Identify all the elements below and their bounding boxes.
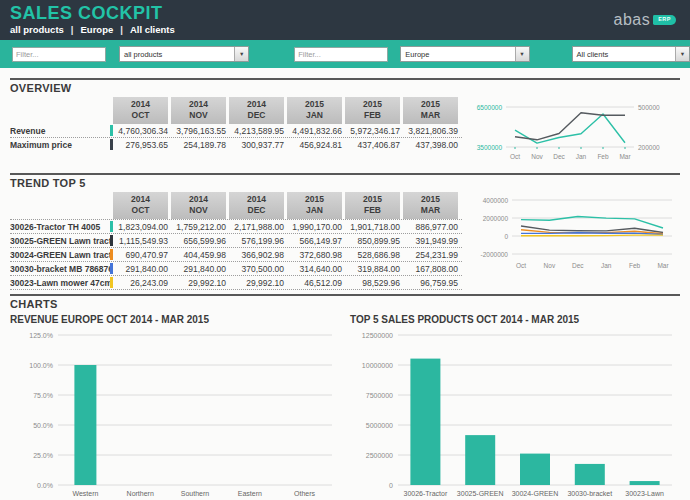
- chevron-down-icon: ▼: [234, 47, 248, 61]
- product-select[interactable]: all products ▼: [119, 46, 249, 62]
- x-axis-label: Oct: [516, 262, 526, 269]
- x-axis-label: Nov: [544, 262, 556, 269]
- table-cell: 690,470.97: [113, 248, 171, 261]
- table-cell: 576,199.96: [229, 234, 287, 247]
- y-axis-label: 10000000: [362, 361, 393, 368]
- table-row: 30023-Lawn mower 47cm 226,243.0929,992.1…: [10, 276, 462, 290]
- table-cell: 319,884.00: [345, 262, 403, 275]
- y-axis-label: 2000000: [483, 215, 509, 222]
- charts-section-title: CHARTS: [10, 298, 680, 310]
- top5-products-bar-chart: 1250000010000000750000050000002500000030…: [350, 327, 680, 500]
- x-axis-label: Others: [294, 490, 316, 497]
- table-cell: 372,680.98: [287, 248, 345, 261]
- y-axis-label: 3500000: [477, 144, 503, 151]
- column-header: 2015JAN: [287, 192, 342, 219]
- table-cell: 437,398.00: [403, 138, 461, 151]
- x-axis-label: Feb: [598, 153, 610, 160]
- overview-line-chart: 65000003500000500000200000OctNovDecJanFe…: [466, 97, 680, 165]
- table-cell: 2,171,988.00: [229, 220, 287, 233]
- x-axis-label: Jan: [576, 153, 587, 160]
- table-cell: 366,902.98: [229, 248, 287, 261]
- column-year: 2015: [287, 194, 342, 205]
- y-axis-label: 0: [505, 233, 509, 240]
- table-cell: 437,406.87: [345, 138, 403, 151]
- table-cell: 1,901,718.00: [345, 220, 403, 233]
- abas-logo: abas ERP: [613, 0, 676, 40]
- table-row: 30024-GREEN Lawn tractor690,470.97404,45…: [10, 248, 462, 262]
- table-cell: 3,796,163.55: [171, 124, 229, 137]
- column-header: 2015FEB: [345, 97, 400, 124]
- column-month: FEB: [345, 205, 400, 216]
- column-header: 2014OCT: [113, 97, 168, 124]
- x-axis-label: Mar: [658, 262, 670, 269]
- x-axis-label: WesternEurope: [72, 490, 98, 500]
- top5-chart-title: TOP 5 SALES PRODUCTS OCT 2014 - MAR 2015: [350, 314, 680, 325]
- x-axis-label: 30026-TractorTH 4005: [404, 490, 448, 500]
- table-row: Maximum price276,953.65254,189.78300,937…: [10, 138, 462, 151]
- dashboard-main: OVERVIEW 2014OCT2014NOV2014DEC2015JAN201…: [0, 78, 690, 500]
- product-filter-input[interactable]: [12, 47, 106, 62]
- row-label: Maximum price: [10, 138, 110, 151]
- x-axis-label: 30024-GREENLawn tractor TA102: [511, 490, 560, 500]
- column-year: 2014: [229, 194, 284, 205]
- column-year: 2015: [345, 194, 400, 205]
- table-cell: 4,760,306.34: [113, 124, 171, 137]
- x-axis-label: Jan: [601, 262, 612, 269]
- x-axis-label: 30023-Lawnmower 47cm 2.0hp engine: [619, 490, 671, 500]
- client-select-value: All clients: [573, 47, 675, 61]
- table-cell: 5,972,346.17: [345, 124, 403, 137]
- table-cell: 29,992.10: [229, 276, 287, 289]
- overview-table: 2014OCT2014NOV2014DEC2015JAN2015FEB2015M…: [10, 97, 462, 151]
- row-label: 30024-GREEN Lawn tractor: [10, 248, 110, 261]
- x-axis-label: Feb: [629, 262, 641, 269]
- column-header: 2015MAR: [403, 192, 458, 219]
- row-label: 30025-GREEN Lawn tractor: [10, 234, 110, 247]
- y-axis-label: 125.0%: [29, 331, 53, 338]
- column-month: NOV: [171, 110, 226, 121]
- table-cell: 656,599.96: [171, 234, 229, 247]
- breadcrumb-item: all products: [10, 24, 64, 35]
- bar: [74, 365, 96, 485]
- table-cell: 26,243.09: [113, 276, 171, 289]
- table-header-row: 2014OCT2014NOV2014DEC2015JAN2015FEB2015M…: [10, 192, 462, 220]
- column-header: 2014DEC: [229, 97, 284, 124]
- page-title: SALES COCKPIT: [10, 3, 175, 23]
- bar: [465, 435, 495, 485]
- y-axis-label: 50.0%: [33, 421, 53, 428]
- bar: [575, 464, 605, 485]
- y-axis-label: 0: [389, 481, 393, 488]
- breadcrumb-item: Europe: [81, 24, 114, 35]
- column-year: 2015: [403, 194, 458, 205]
- app-header: SALES COCKPIT all products|Europe|All cl…: [0, 0, 690, 40]
- table-cell: 167,808.00: [403, 262, 461, 275]
- table-cell: 566,149.97: [287, 234, 345, 247]
- region-filter-input[interactable]: [294, 47, 388, 62]
- table-header-spacer: [10, 97, 113, 124]
- breadcrumb-item: All clients: [130, 24, 175, 35]
- column-month: FEB: [345, 110, 400, 121]
- chevron-down-icon: ▼: [515, 47, 529, 61]
- column-month: OCT: [113, 110, 168, 121]
- table-cell: 1,990,170.00: [287, 220, 345, 233]
- bar: [410, 359, 440, 485]
- region-select[interactable]: Europe ▼: [400, 46, 529, 62]
- abas-logo-text: abas: [613, 11, 650, 29]
- table-header-row: 2014OCT2014NOV2014DEC2015JAN2015FEB2015M…: [10, 97, 462, 124]
- column-month: MAR: [403, 205, 458, 216]
- table-cell: 300,937.77: [229, 138, 287, 151]
- y-axis-label: -2000000: [481, 251, 509, 258]
- table-cell: 456,924.81: [287, 138, 345, 151]
- y-axis-label-right: 200000: [638, 144, 660, 151]
- revenue-europe-bar-chart: 125.0%100.0%75.0%50.0%25.0%0.0%WesternEu…: [10, 327, 340, 500]
- series-line: [521, 235, 663, 236]
- revenue-europe-chart-block: REVENUE EUROPE OCT 2014 - MAR 2015 125.0…: [10, 313, 340, 500]
- column-header: 2014NOV: [171, 192, 226, 219]
- client-select[interactable]: All clients ▼: [572, 46, 690, 62]
- table-cell: 391,949.99: [403, 234, 461, 247]
- table-header-spacer: [10, 192, 113, 219]
- x-axis-label: Mar: [620, 153, 632, 160]
- breadcrumb: all products|Europe|All clients: [10, 24, 175, 35]
- row-label: 30030-bracket MB 7868768: [10, 262, 110, 275]
- column-year: 2014: [171, 99, 226, 110]
- column-year: 2014: [113, 99, 168, 110]
